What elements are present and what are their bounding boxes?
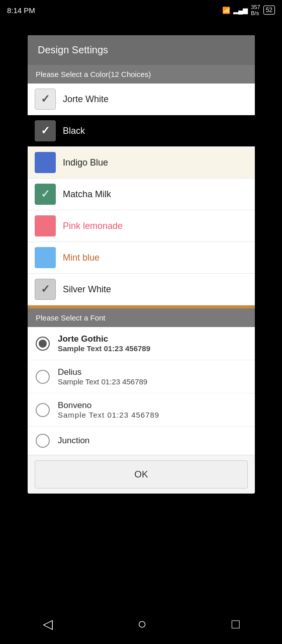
font-list: Jorte Gothic Sample Text 01:23 456789 De…: [28, 327, 255, 455]
font-info-delius: Delius Sample Text 01:23 456789: [58, 367, 147, 386]
radio-bonveno: [36, 403, 50, 417]
ok-button[interactable]: OK: [35, 460, 248, 489]
font-sample-jorte-gothic: Sample Text 01:23 456789: [58, 344, 150, 353]
font-section-header: Please Select a Font: [28, 308, 255, 327]
color-label-indigo-blue: Indigo Blue: [63, 157, 108, 168]
color-label-mint-blue: Mint blue: [63, 253, 100, 263]
color-item-silver-white[interactable]: ✓ Silver White: [28, 274, 255, 305]
font-item-bonveno[interactable]: Bonveno Sample Text 01:23 456789: [28, 393, 255, 427]
check-black: ✓: [41, 124, 50, 137]
radio-inner-jorte-gothic: [39, 340, 47, 348]
color-item-matcha-milk[interactable]: ✓ Matcha Milk: [28, 179, 255, 210]
check-matcha: ✓: [41, 188, 50, 201]
color-list: ✓ Jorte White ✓ Black Indigo Blue ✓ Matc…: [28, 84, 255, 305]
home-button[interactable]: ○: [138, 615, 147, 632]
swatch-black: ✓: [35, 120, 56, 141]
swatch-indigo-blue: [35, 152, 56, 173]
radio-junction: [36, 434, 50, 448]
font-name-jorte-gothic: Jorte Gothic: [58, 334, 150, 344]
radio-delius: [36, 370, 50, 384]
status-bar: 8:14 PM 📶 ▂▄▆ 357B/s 52: [0, 0, 282, 20]
color-section-header: Please Select a Color(12 Choices): [28, 65, 255, 84]
color-label-matcha-milk: Matcha Milk: [63, 189, 111, 200]
color-item-indigo-blue[interactable]: Indigo Blue: [28, 147, 255, 179]
font-item-delius[interactable]: Delius Sample Text 01:23 456789: [28, 360, 255, 393]
font-name-junction: Junction: [58, 436, 89, 446]
color-label-black: Black: [63, 126, 85, 136]
swatch-pink-lemonade: [35, 215, 56, 236]
font-sample-bonveno: Sample Text 01:23 456789: [58, 411, 159, 419]
swatch-mint-blue: [35, 247, 56, 268]
battery-indicator: 52: [263, 6, 275, 15]
font-item-jorte-gothic[interactable]: Jorte Gothic Sample Text 01:23 456789: [28, 327, 255, 360]
back-button[interactable]: ◁: [43, 616, 53, 632]
time: 8:14 PM: [7, 6, 35, 15]
swatch-matcha-milk: ✓: [35, 184, 56, 205]
check-jorte-white: ✓: [41, 93, 50, 106]
color-item-jorte-white[interactable]: ✓ Jorte White: [28, 84, 255, 115]
color-label-pink-lemonade: Pink lemonade: [63, 221, 123, 231]
font-sample-delius: Sample Text 01:23 456789: [58, 377, 147, 386]
radio-jorte-gothic: [36, 337, 50, 351]
color-item-pink-lemonade[interactable]: Pink lemonade: [28, 210, 255, 242]
font-name-bonveno: Bonveno: [58, 400, 159, 411]
speed-label: 357B/s: [251, 4, 260, 16]
ok-button-container: OK: [28, 455, 255, 494]
font-info-junction: Junction: [58, 436, 89, 446]
color-label-jorte-white: Jorte White: [63, 94, 109, 105]
font-item-junction[interactable]: Junction: [28, 427, 255, 455]
recent-button[interactable]: □: [232, 616, 240, 632]
status-icons: 📶 ▂▄▆ 357B/s 52: [222, 4, 275, 16]
wifi-icon: 📶: [222, 7, 230, 14]
nav-bar: ◁ ○ □: [0, 604, 282, 644]
font-info-bonveno: Bonveno Sample Text 01:23 456789: [58, 400, 159, 419]
color-item-mint-blue[interactable]: Mint blue: [28, 242, 255, 274]
dialog-title: Design Settings: [28, 35, 255, 65]
swatch-silver-white: ✓: [35, 279, 56, 300]
color-item-black[interactable]: ✓ Black: [28, 115, 255, 147]
swatch-jorte-white: ✓: [35, 89, 56, 110]
design-settings-dialog: Design Settings Please Select a Color(12…: [28, 35, 255, 494]
signal-icon: ▂▄▆: [233, 7, 248, 14]
font-name-delius: Delius: [58, 367, 147, 377]
font-info-jorte-gothic: Jorte Gothic Sample Text 01:23 456789: [58, 334, 150, 353]
check-silver: ✓: [41, 283, 50, 296]
color-label-silver-white: Silver White: [63, 284, 111, 295]
